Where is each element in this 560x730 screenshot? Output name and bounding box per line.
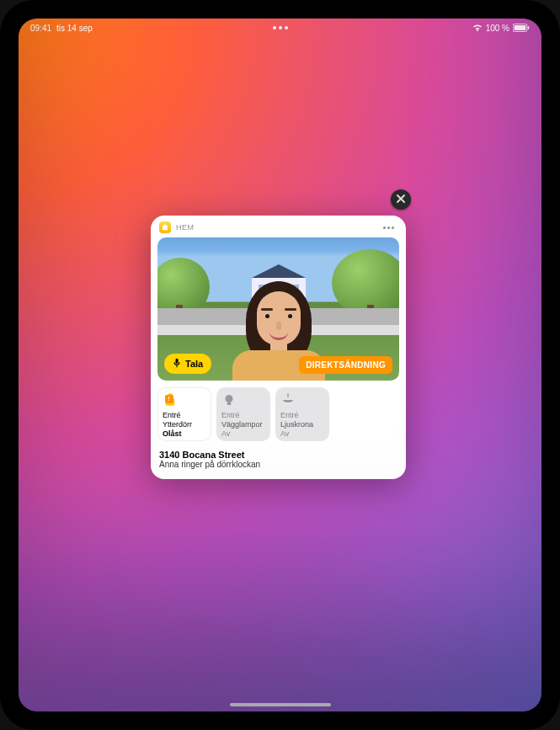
notification-address: 3140 Bocana Street bbox=[159, 450, 397, 460]
notification-message: Anna ringer på dörrklockan bbox=[159, 460, 397, 469]
notification-footer: 3140 Bocana Street Anna ringer på dörrkl… bbox=[151, 446, 406, 469]
svg-point-6 bbox=[226, 395, 233, 402]
svg-rect-3 bbox=[176, 359, 179, 364]
accessory-state: Olåst bbox=[163, 429, 182, 439]
live-badge: DIREKTSÄNDNING bbox=[299, 356, 392, 374]
accessory-state: Av bbox=[221, 429, 230, 439]
live-badge-label: DIREKTSÄNDNING bbox=[306, 360, 386, 370]
warning-badge: ! bbox=[165, 395, 173, 403]
battery-icon bbox=[513, 24, 530, 32]
multitasking-dots[interactable] bbox=[273, 26, 288, 29]
close-button[interactable] bbox=[391, 189, 411, 210]
accessory-tile-chandelier[interactable]: Entré Ljuskrona Av bbox=[275, 387, 329, 441]
status-date: tis 14 sep bbox=[56, 24, 93, 33]
accessory-name: Ljuskrona bbox=[280, 420, 313, 429]
accessory-tiles: ! Entré Ytterdörr Olåst Entré Vägglampor… bbox=[151, 381, 406, 446]
svg-rect-1 bbox=[515, 25, 526, 30]
microphone-icon bbox=[173, 358, 181, 370]
bulb-icon bbox=[221, 392, 237, 408]
accessory-room: Entré bbox=[221, 411, 240, 420]
status-battery-text: 100 % bbox=[486, 24, 509, 33]
lock-open-icon: ! bbox=[163, 392, 178, 408]
notification-more-button[interactable] bbox=[380, 225, 397, 231]
status-bar: 09:41 tis 14 sep 100 % bbox=[19, 19, 541, 37]
accessory-name: Ytterdörr bbox=[163, 420, 192, 429]
accessory-name: Vägglampor bbox=[221, 420, 263, 429]
wifi-icon bbox=[472, 24, 483, 32]
accessory-room: Entré bbox=[163, 411, 181, 420]
svg-rect-7 bbox=[227, 402, 232, 405]
status-time: 09:41 bbox=[30, 24, 51, 33]
scene-tree bbox=[332, 249, 399, 317]
doorbell-notification-card: HEM bbox=[151, 216, 406, 479]
accessory-state: Av bbox=[280, 429, 289, 439]
talk-button-label: Tala bbox=[185, 359, 203, 369]
doorbell-camera-feed[interactable]: Tala DIREKTSÄNDNING bbox=[157, 237, 399, 381]
chandelier-icon bbox=[280, 392, 296, 408]
accessory-tile-front-door-lock[interactable]: ! Entré Ytterdörr Olåst bbox=[157, 387, 211, 441]
home-app-icon bbox=[159, 221, 171, 233]
talk-button[interactable]: Tala bbox=[164, 354, 211, 374]
notification-app-label: HEM bbox=[176, 223, 195, 232]
home-indicator[interactable] bbox=[230, 703, 331, 706]
svg-rect-2 bbox=[528, 26, 530, 29]
ipad-frame: 09:41 tis 14 sep 100 % bbox=[0, 0, 560, 730]
lock-screen: 09:41 tis 14 sep 100 % bbox=[19, 19, 541, 711]
accessory-room: Entré bbox=[280, 411, 299, 420]
close-icon bbox=[396, 194, 406, 206]
accessory-tile-wall-lamps[interactable]: Entré Vägglampor Av bbox=[216, 387, 270, 441]
notification-header: HEM bbox=[151, 216, 406, 237]
